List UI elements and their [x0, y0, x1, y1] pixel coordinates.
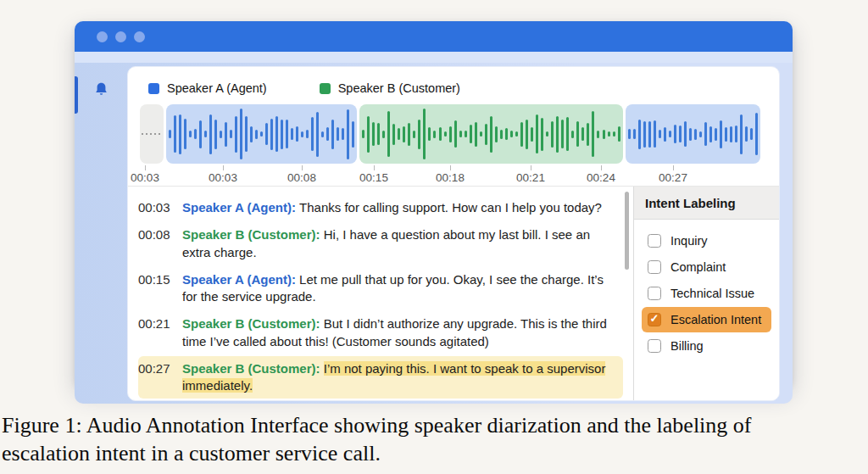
intent-options-list: Inquiry Complaint Technical Issue Escala…: [634, 220, 779, 367]
waveform-bar: [220, 131, 222, 138]
transcript-row[interactable]: 00:21 Speaker B (Customer): But I didn’t…: [138, 311, 623, 354]
waveform-bar: [265, 123, 268, 145]
waveform-bar: [235, 116, 237, 153]
waveform-bar: [720, 120, 722, 148]
waveform-bar: [745, 126, 748, 142]
legend-label: Speaker B (Customer): [338, 81, 460, 95]
waveform-segment-speaker-B[interactable]: [359, 104, 623, 164]
waveform-bar: [531, 127, 533, 142]
checkbox-icon[interactable]: [648, 339, 661, 353]
waveform-bar: [439, 127, 442, 141]
waveform-bar: [715, 128, 717, 141]
intent-option-billing[interactable]: Billing: [642, 333, 771, 359]
time-axis-label: 00:18: [436, 171, 465, 184]
figure-caption-line2: escalation intent in a customer service …: [2, 440, 866, 468]
scrollbar-thumb[interactable]: [625, 192, 629, 270]
waveform-bar: [735, 125, 737, 142]
window-control-dot[interactable]: [134, 31, 145, 42]
waveform-bar: [311, 117, 314, 151]
waveform-bar: [475, 122, 477, 147]
waveform-bar: [418, 120, 420, 149]
transcript-row[interactable]: 00:27 Speaker B (Customer): I’m not payi…: [138, 356, 623, 399]
checkbox-icon[interactable]: [648, 287, 661, 300]
transcript-row[interactable]: 00:08 Speaker B (Customer): Hi, I have a…: [138, 222, 623, 265]
intent-option-escalation-intent[interactable]: Escalation Intent: [642, 307, 771, 332]
waveform-bar: [275, 116, 278, 152]
waveform-bar: [536, 114, 538, 153]
waveform-bar: [592, 111, 594, 157]
waveform-bar: [566, 117, 569, 151]
intent-option-complaint[interactable]: Complaint: [642, 254, 771, 280]
window-control-dot[interactable]: [115, 31, 126, 42]
waveform-bar: [576, 121, 579, 147]
waveform-bar: [408, 123, 410, 146]
time-axis-label: 00:15: [359, 171, 388, 184]
waveform-bar: [250, 126, 253, 142]
figure-caption: Figure 1: Audio Annotation Interface sho…: [2, 412, 866, 468]
transcript-timestamp: 00:15: [138, 271, 172, 306]
intent-option-technical-issue[interactable]: Technical Issue: [642, 281, 771, 306]
waveform-bar: [444, 131, 447, 137]
speaker-legend: Speaker A (Agent) Speaker B (Customer): [128, 67, 779, 104]
figure-caption-line1: Figure 1: Audio Annotation Interface sho…: [2, 412, 866, 440]
time-axis-label: 00:08: [287, 171, 316, 184]
checkbox-icon[interactable]: [648, 260, 661, 274]
checkbox-icon[interactable]: [648, 234, 661, 248]
waveform-bar: [643, 121, 646, 148]
waveform-bar: [367, 116, 370, 153]
time-axis-label: 00:21: [516, 171, 545, 184]
waveform-bar: [526, 120, 528, 149]
waveform-segment-speaker-A[interactable]: [626, 104, 760, 164]
waveform-bar: [571, 131, 574, 138]
waveform-bar: [480, 131, 482, 137]
waveform-bar: [347, 109, 349, 159]
bell-icon: [92, 81, 110, 98]
window-control-dot[interactable]: [97, 31, 108, 42]
waveform-bar: [551, 121, 554, 148]
time-axis-tick: [531, 165, 531, 170]
notifications-button[interactable]: [88, 76, 114, 102]
waveform-bar: [281, 120, 283, 149]
waveform-bar: [245, 116, 248, 152]
waveform-bar: [214, 120, 217, 149]
waveform-bar: [699, 131, 702, 137]
waveform-bar: [638, 120, 641, 149]
checkbox-icon[interactable]: [648, 313, 661, 326]
waveform-bar: [485, 124, 487, 145]
transcript-row[interactable]: 00:03 Speaker A (Agent): Thanks for call…: [138, 195, 623, 220]
waveform-bar: [520, 122, 523, 147]
waveform-bar: [296, 126, 298, 142]
waveform-bar: [505, 128, 508, 140]
waveform-bar: [270, 119, 273, 150]
waveform-bar: [546, 131, 548, 137]
waveform-bar: [291, 128, 293, 140]
legend-item: Speaker A (Agent): [148, 81, 267, 95]
waveform-bar: [184, 119, 186, 149]
waveform-bar: [581, 127, 584, 141]
waveform-bar: [515, 131, 518, 137]
transcript-row[interactable]: 00:15 Speaker A (Agent): Let me pull tha…: [138, 267, 623, 310]
waveform-bar: [240, 109, 242, 159]
waveform-bar: [230, 130, 232, 138]
waveform-bar: [179, 114, 181, 154]
waveform-bar: [174, 115, 176, 153]
time-axis-tick: [302, 165, 303, 170]
waveform: [140, 104, 779, 164]
waveform-bar: [209, 114, 212, 154]
transcript-scrollbar: [623, 187, 633, 400]
waveform-bar: [730, 126, 732, 142]
sidebar-active-indicator: [75, 76, 78, 114]
transcript-panel: 00:03 Speaker A (Agent): Thanks for call…: [128, 187, 623, 400]
waveform-bar: [689, 128, 692, 141]
legend-item: Speaker B (Customer): [320, 81, 460, 95]
waveform-bar: [423, 109, 426, 159]
waveform-bar: [725, 127, 727, 142]
time-axis-tick: [601, 165, 602, 170]
waveform-bar: [306, 130, 309, 138]
waveform-segment-speaker-A[interactable]: [166, 104, 357, 164]
time-axis-label: 00:27: [659, 171, 687, 184]
waveform-bar: [398, 128, 400, 140]
waveform-bar: [321, 131, 324, 137]
waveform-bar: [597, 131, 599, 138]
intent-option-inquiry[interactable]: Inquiry: [642, 228, 771, 254]
